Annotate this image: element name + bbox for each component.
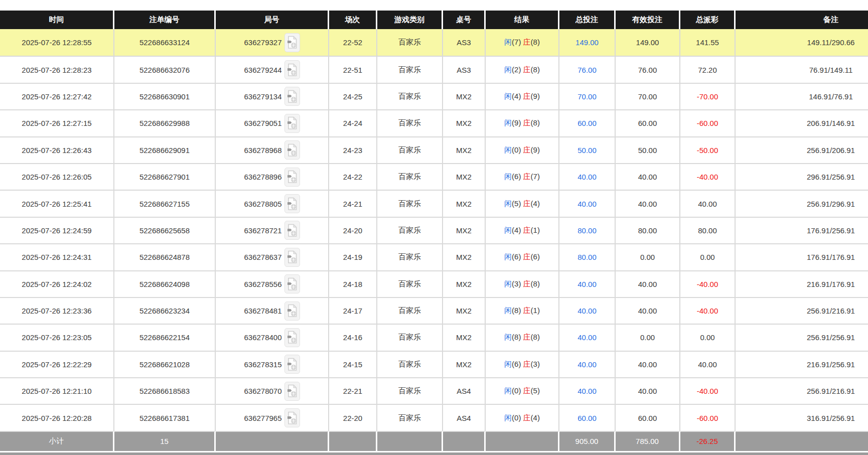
- player-result-score: (8): [512, 306, 521, 315]
- video-replay-icon[interactable]: [284, 274, 300, 293]
- cell-table-no: MX2: [443, 297, 486, 324]
- table-row[interactable]: 2025-07-26 12:22:29 522686621028 6362783…: [0, 351, 868, 377]
- video-replay-icon[interactable]: [284, 114, 300, 133]
- cell-session: 24-15: [329, 351, 377, 377]
- banker-result-label: 庄: [523, 118, 531, 127]
- player-result-score: (0): [512, 386, 521, 395]
- video-replay-icon[interactable]: [284, 140, 300, 160]
- cell-bet-no: 522686630901: [114, 83, 216, 109]
- table-row[interactable]: 2025-07-26 12:24:31 522686624878 6362786…: [0, 243, 868, 270]
- cell-total-bet: 60.00: [559, 109, 616, 136]
- video-replay-icon[interactable]: [284, 382, 300, 401]
- cell-valid-bet: 76.00: [616, 56, 680, 82]
- table-row[interactable]: 2025-07-26 12:27:15 522686629988 6362790…: [0, 109, 868, 136]
- video-replay-icon[interactable]: [284, 60, 300, 79]
- cell-round-no: 636279051: [216, 109, 329, 136]
- video-replay-icon[interactable]: [284, 168, 300, 187]
- table-row[interactable]: 2025-07-26 12:23:05 522686622154 6362784…: [0, 324, 868, 350]
- table-row[interactable]: 2025-07-26 12:20:28 522686617381 6362779…: [0, 404, 868, 430]
- cell-table-no: MX2: [443, 270, 486, 297]
- banker-result-label: 庄: [523, 226, 531, 234]
- header-payout: 总派彩: [680, 11, 736, 29]
- cell-table-no: MX2: [443, 243, 486, 270]
- table-row[interactable]: 2025-07-26 12:24:59 522686625658 6362787…: [0, 217, 868, 243]
- table-header: 时间 注单编号 局号 场次 游戏类别 桌号 结果 总投注 有效投注 总派彩 备注: [0, 11, 868, 29]
- cell-session: 24-23: [329, 136, 377, 163]
- video-replay-icon[interactable]: [284, 301, 300, 321]
- table-row[interactable]: 2025-07-26 12:27:42 522686630901 6362791…: [0, 83, 868, 109]
- cell-total-bet: 76.00: [559, 56, 616, 82]
- subtotal-empty-cell: [736, 431, 868, 451]
- cell-session: 22-21: [329, 377, 377, 404]
- cell-round-no: 636278315: [216, 351, 329, 377]
- cell-bet-no: 522686623234: [114, 297, 216, 324]
- table-row[interactable]: 2025-07-26 12:23:36 522686623234 6362784…: [0, 297, 868, 324]
- video-replay-icon[interactable]: [284, 87, 300, 106]
- video-replay-icon[interactable]: [284, 221, 300, 240]
- cell-time: 2025-07-26 12:26:05: [0, 163, 114, 190]
- cell-valid-bet: 70.00: [616, 83, 680, 109]
- player-result-label: 闲: [504, 118, 512, 127]
- player-result-score: (5): [512, 199, 521, 208]
- cell-round-no: 636278805: [216, 190, 329, 216]
- cell-remark: 296.91/256.91: [736, 163, 868, 190]
- cell-session: 24-25: [329, 83, 377, 109]
- round-no-text: 636277965: [244, 414, 281, 422]
- cell-bet-no: 522686632076: [114, 56, 216, 82]
- cell-result: 闲(7) 庄(8): [486, 29, 559, 56]
- round-no-text: 636278070: [244, 387, 281, 395]
- subtotal-valid-bet: 785.00: [616, 431, 680, 451]
- cell-result: 闲(9) 庄(8): [486, 109, 559, 136]
- cell-round-no: 636279244: [216, 56, 329, 82]
- table-row[interactable]: 2025-07-26 12:26:43 522686629091 6362789…: [0, 136, 868, 163]
- table-row[interactable]: 2025-07-26 12:26:05 522686627901 6362788…: [0, 163, 868, 190]
- video-replay-icon[interactable]: [284, 328, 300, 347]
- video-replay-icon[interactable]: [284, 408, 300, 427]
- cell-valid-bet: 40.00: [616, 163, 680, 190]
- cell-game: 百家乐: [377, 377, 443, 404]
- cell-session: 24-19: [329, 243, 377, 270]
- table-row[interactable]: 2025-07-26 12:21:10 522686618583 6362780…: [0, 377, 868, 404]
- video-replay-icon[interactable]: [284, 248, 300, 267]
- table-row[interactable]: 2025-07-26 12:25:41 522686627155 6362788…: [0, 190, 868, 216]
- cell-total-bet: 80.00: [559, 243, 616, 270]
- table-row[interactable]: 2025-07-26 12:28:23 522686632076 6362792…: [0, 56, 868, 82]
- video-replay-icon[interactable]: [284, 33, 300, 52]
- cell-bet-no: 522686624878: [114, 243, 216, 270]
- player-result-label: 闲: [504, 306, 512, 315]
- cell-session: 24-16: [329, 324, 377, 350]
- banker-result-score: (3): [531, 360, 540, 368]
- cell-bet-no: 522686618583: [114, 377, 216, 404]
- cell-result: 闲(8) 庄(8): [486, 324, 559, 350]
- subtotal-empty-cell: [216, 431, 329, 451]
- cell-result: 闲(3) 庄(8): [486, 270, 559, 297]
- video-replay-icon[interactable]: [284, 355, 300, 374]
- player-result-score: (6): [512, 172, 521, 181]
- cell-game: 百家乐: [377, 243, 443, 270]
- cell-valid-bet: 40.00: [616, 351, 680, 377]
- subtotal-label: 小计: [0, 431, 114, 451]
- round-no-text: 636279051: [244, 119, 281, 127]
- player-result-label: 闲: [504, 252, 512, 261]
- cell-bet-no: 522686629091: [114, 136, 216, 163]
- cell-valid-bet: 80.00: [616, 217, 680, 243]
- banker-result-score: (4): [531, 199, 540, 208]
- cell-table-no: MX2: [443, 351, 486, 377]
- subtotal-total-bet: 905.00: [559, 431, 616, 451]
- video-replay-icon[interactable]: [284, 194, 300, 213]
- banker-result-label: 庄: [523, 279, 531, 288]
- table-row[interactable]: 2025-07-26 12:24:02 522686624098 6362785…: [0, 270, 868, 297]
- player-result-label: 闲: [504, 386, 512, 395]
- cell-time: 2025-07-26 12:24:59: [0, 217, 114, 243]
- cell-total-bet: 40.00: [559, 377, 616, 404]
- cell-bet-no: 522686622154: [114, 324, 216, 350]
- cell-total-bet: 60.00: [559, 404, 616, 430]
- cell-bet-no: 522686624098: [114, 270, 216, 297]
- table-row[interactable]: 2025-07-26 12:28:55 522686633124 6362793…: [0, 29, 868, 56]
- player-result-score: (0): [512, 145, 521, 154]
- cell-payout: 40.00: [680, 190, 736, 216]
- table-body: 2025-07-26 12:28:55 522686633124 6362793…: [0, 29, 868, 431]
- cell-remark: 206.91/146.91: [736, 109, 868, 136]
- banker-result-score: (8): [531, 279, 540, 288]
- cell-round-no: 636279134: [216, 83, 329, 109]
